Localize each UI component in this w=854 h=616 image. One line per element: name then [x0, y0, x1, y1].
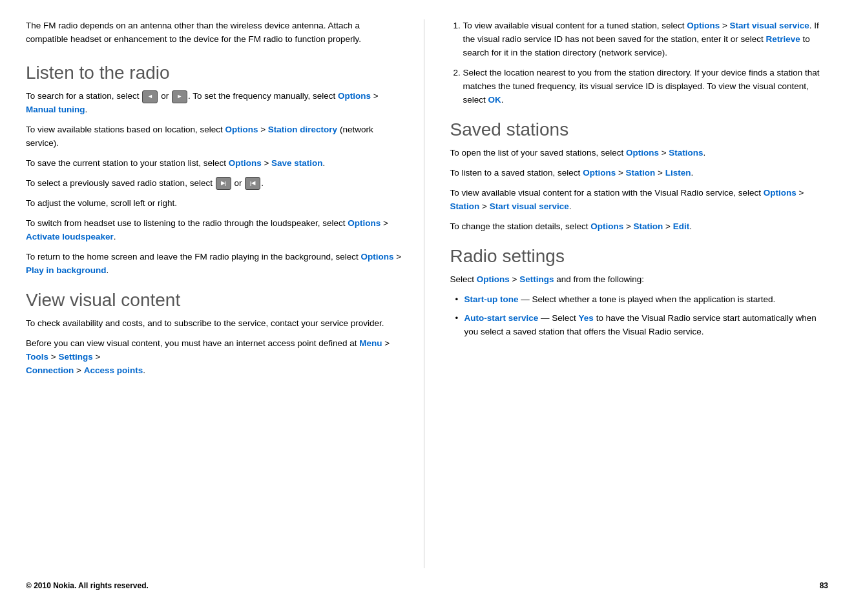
copyright-text: © 2010 Nokia. All rights reserved. — [26, 581, 149, 590]
link-station-3[interactable]: Station — [634, 221, 663, 231]
link-stations[interactable]: Stations — [669, 148, 703, 158]
link-yes[interactable]: Yes — [579, 313, 594, 323]
para-listen-saved: To listen to a saved station, select Opt… — [450, 167, 829, 180]
link-options-5[interactable]: Options — [361, 252, 394, 262]
link-settings-r[interactable]: Settings — [519, 274, 554, 284]
section-heading-visual: View visual content — [26, 289, 404, 311]
para-volume: To adjust the volume, scroll left or rig… — [26, 197, 404, 210]
link-options-r2[interactable]: Options — [626, 148, 659, 158]
link-options-2[interactable]: Options — [225, 125, 258, 134]
icon-search-right: ► — [172, 90, 187, 103]
para-station-directory: To view available stations based on loca… — [26, 123, 404, 150]
visual-content-list: To view available visual content for a t… — [450, 19, 829, 107]
link-start-visual-service-1[interactable]: Start visual service — [730, 21, 809, 30]
link-save-station[interactable]: Save station — [271, 158, 323, 168]
icon-next-station: ▶| — [216, 177, 231, 190]
right-column: To view available visual content for a t… — [424, 19, 829, 568]
link-activate-loudspeaker[interactable]: Activate loudspeaker — [26, 232, 114, 241]
intro-paragraph: The FM radio depends on an antenna other… — [26, 19, 404, 46]
link-station-2[interactable]: Station — [450, 201, 480, 211]
link-edit[interactable]: Edit — [673, 221, 690, 231]
page-number: 83 — [820, 581, 828, 590]
para-change-details: To change the station details, select Op… — [450, 220, 829, 234]
list-item-1: To view available visual content for a t… — [463, 19, 829, 60]
para-loudspeaker: To switch from headset use to listening … — [26, 217, 404, 244]
two-column-layout: The FM radio depends on an antenna other… — [26, 19, 828, 568]
link-settings[interactable]: Settings — [58, 352, 92, 362]
icon-search-left: ◄ — [142, 90, 158, 103]
radio-settings-list: Start-up tone — Select whether a tone is… — [450, 293, 829, 339]
link-station-1[interactable]: Station — [626, 168, 656, 178]
link-manual-tuning[interactable]: Manual tuning — [26, 105, 85, 114]
left-column: The FM radio depends on an antenna other… — [26, 19, 424, 568]
footer: © 2010 Nokia. All rights reserved. 83 — [26, 568, 828, 590]
link-listen[interactable]: Listen — [665, 168, 691, 178]
bullet-startup-tone: Start-up tone — Select whether a tone is… — [455, 293, 829, 307]
link-access-points[interactable]: Access points — [84, 365, 143, 375]
link-options-r6[interactable]: Options — [477, 274, 510, 284]
link-options-4[interactable]: Options — [348, 218, 380, 228]
para-visual-saved: To view available visual content for a s… — [450, 187, 829, 214]
section-heading-radio-settings: Radio settings — [450, 245, 829, 267]
link-options-3[interactable]: Options — [229, 158, 262, 168]
link-options-r3[interactable]: Options — [583, 168, 616, 178]
para-background: To return to the home screen and leave t… — [26, 251, 404, 278]
para-search-station: To search for a station, select ◄ or ►. … — [26, 90, 404, 117]
link-retrieve[interactable]: Retrieve — [766, 34, 800, 44]
section-heading-saved: Saved stations — [450, 119, 829, 141]
para-open-stations: To open the list of your saved stations,… — [450, 147, 829, 160]
link-startup-tone[interactable]: Start-up tone — [464, 294, 519, 304]
para-radio-settings-intro: Select Options > Settings and from the f… — [450, 273, 829, 287]
icon-prev-station: |◀ — [245, 177, 260, 190]
para-save-station: To save the current station to your stat… — [26, 157, 404, 170]
link-play-background[interactable]: Play in background — [26, 265, 107, 275]
para-select-station: To select a previously saved radio stati… — [26, 177, 404, 190]
link-ok[interactable]: OK — [488, 95, 501, 105]
link-options-r5[interactable]: Options — [590, 221, 623, 231]
link-station-directory[interactable]: Station directory — [268, 125, 337, 134]
page-container: The FM radio depends on an antenna other… — [0, 0, 854, 616]
link-menu[interactable]: Menu — [359, 338, 382, 348]
link-connection[interactable]: Connection — [26, 365, 74, 375]
link-options-1[interactable]: Options — [338, 91, 371, 101]
section-heading-listen: Listen to the radio — [26, 62, 404, 84]
link-tools[interactable]: Tools — [26, 352, 48, 362]
list-item-2: Select the location nearest to you from … — [463, 67, 829, 107]
link-options-r1[interactable]: Options — [687, 21, 720, 30]
link-auto-start[interactable]: Auto-start service — [464, 313, 539, 323]
para-access-point: Before you can view visual content, you … — [26, 337, 404, 378]
link-options-r4[interactable]: Options — [764, 188, 797, 198]
bullet-auto-start: Auto-start service — Select Yes to have … — [455, 312, 829, 339]
link-start-visual-service-2[interactable]: Start visual service — [490, 201, 569, 211]
para-availability: To check availability and costs, and to … — [26, 317, 404, 331]
